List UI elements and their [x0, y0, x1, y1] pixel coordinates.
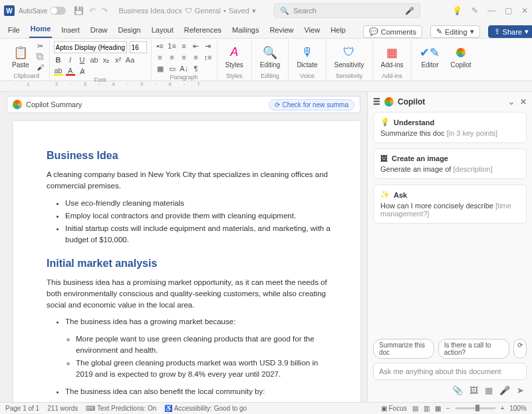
menu-view[interactable]: View: [303, 23, 321, 38]
clear-format-icon[interactable]: A̷: [78, 67, 87, 76]
minimize-icon[interactable]: —: [487, 6, 495, 15]
show-marks-icon[interactable]: ¶: [192, 64, 201, 73]
menu-file[interactable]: File: [7, 23, 21, 38]
menu-draw[interactable]: Draw: [89, 23, 109, 38]
multilevel-icon[interactable]: ≡: [180, 41, 189, 51]
justify-icon[interactable]: ≡: [192, 53, 201, 62]
document-title[interactable]: Business Idea.docx 🛡 General • Saved ▾: [118, 7, 256, 15]
chip-summarize[interactable]: Summarize this doc: [373, 339, 434, 359]
word-count[interactable]: 211 words: [47, 405, 78, 412]
editing-mode-button[interactable]: ✎ Editing ▾: [430, 25, 480, 38]
view-read-icon[interactable]: ▥: [424, 405, 430, 412]
sort-icon[interactable]: A↓: [180, 64, 189, 73]
menu-mailings[interactable]: Mailings: [231, 23, 260, 38]
copilot-ribbon-button[interactable]: Copilot: [446, 44, 475, 70]
underline-icon[interactable]: U: [78, 55, 87, 65]
chip-refresh[interactable]: ⟳: [513, 339, 527, 359]
ribbon-addins: ▦Add-ins Add-ins: [373, 40, 412, 81]
heading-market-analysis: Initial market analysis: [47, 256, 334, 272]
history-icon[interactable]: ✎: [471, 6, 478, 15]
copilot-card-understand[interactable]: 💡Understand Summarize this doc [in 3 key…: [373, 112, 527, 143]
image-icon[interactable]: 🖼: [469, 385, 478, 395]
menu-layout[interactable]: Layout: [150, 23, 175, 38]
copilot-summary-bar[interactable]: Copilot Summary ⟳ Check for new summa: [7, 96, 360, 113]
save-state: Saved: [229, 7, 249, 15]
grid-icon[interactable]: ▦: [485, 385, 493, 395]
menu-design[interactable]: Design: [116, 23, 142, 38]
menu-icon[interactable]: ☰: [373, 97, 380, 106]
autosave-toggle[interactable]: AutoSave: [19, 7, 66, 15]
menu-insert[interactable]: Insert: [60, 23, 81, 38]
decrease-indent-icon[interactable]: ⇤: [192, 41, 201, 51]
subscript-icon[interactable]: x₂: [102, 55, 111, 65]
align-center-icon[interactable]: ≡: [168, 53, 177, 62]
accessibility-status[interactable]: ♿ Accessibility: Good to go: [164, 405, 247, 412]
numbering-icon[interactable]: 1≡: [168, 41, 177, 51]
voice-label: Voice: [293, 72, 321, 81]
italic-icon[interactable]: I: [66, 55, 75, 65]
addins-button[interactable]: ▦Add-ins: [377, 44, 408, 70]
font-family-select[interactable]: [54, 41, 127, 53]
share-button[interactable]: ⇪ Share ▾: [488, 25, 532, 38]
page-indicator[interactable]: Page 1 of 1: [5, 405, 39, 412]
zoom-in-icon[interactable]: +: [501, 405, 505, 412]
line-spacing-icon[interactable]: ↕≡: [203, 53, 213, 62]
align-right-icon[interactable]: ≡: [180, 53, 189, 62]
text-predictions[interactable]: ⌨ Text Predictions: On: [86, 405, 156, 412]
cut-icon[interactable]: ✂: [36, 41, 45, 51]
paste-button[interactable]: 📋Paste: [8, 44, 33, 70]
copilot-card-image[interactable]: 🖼Create an image Generate an image of [d…: [373, 148, 527, 179]
editing-button[interactable]: 🔍Editing: [256, 44, 285, 70]
format-painter-icon[interactable]: 🖌: [36, 63, 45, 72]
word-icon: W: [4, 5, 15, 16]
copy-icon[interactable]: ⿻: [36, 52, 45, 61]
highlight-icon[interactable]: ab: [54, 67, 63, 76]
case-icon[interactable]: Aa: [126, 55, 135, 65]
superscript-icon[interactable]: x²: [114, 55, 123, 65]
zoom-out-icon[interactable]: −: [446, 405, 450, 412]
editor-button[interactable]: ✔✎Editor: [416, 44, 444, 70]
menu-references[interactable]: References: [183, 23, 223, 38]
menu-help[interactable]: Help: [329, 23, 347, 38]
bullets-icon[interactable]: •≡: [156, 41, 165, 51]
font-size-select[interactable]: [130, 41, 147, 53]
search-box[interactable]: 🔍 Search 🎤: [274, 3, 420, 18]
copilot-input[interactable]: Ask me anything about this document: [373, 363, 527, 380]
comments-button[interactable]: 💬 Comments: [363, 25, 422, 38]
shading-icon[interactable]: ▦: [156, 64, 165, 73]
mic-icon[interactable]: 🎤: [499, 385, 510, 395]
check-summary-button[interactable]: ⟳ Check for new summa: [269, 99, 354, 110]
status-bar: Page 1 of 1 211 words ⌨ Text Predictions…: [0, 402, 532, 414]
view-print-icon[interactable]: ▤: [412, 405, 418, 412]
zoom-slider[interactable]: [456, 407, 495, 409]
styles-button[interactable]: AStyles: [221, 44, 247, 70]
view-web-icon[interactable]: ▦: [435, 405, 441, 412]
strike-icon[interactable]: ab: [90, 55, 99, 65]
bold-icon[interactable]: B: [54, 55, 63, 65]
align-left-icon[interactable]: ≡: [156, 53, 165, 62]
chevron-down-icon[interactable]: ⌄: [508, 97, 515, 106]
mic-icon[interactable]: 🎤: [405, 7, 414, 15]
font-color-icon[interactable]: A: [66, 67, 75, 76]
focus-mode[interactable]: ▣ Focus: [381, 405, 407, 412]
close-icon[interactable]: ✕: [520, 97, 527, 106]
lightbulb-icon[interactable]: 💡: [452, 6, 462, 15]
close-icon[interactable]: ✕: [521, 6, 528, 15]
copilot-card-ask[interactable]: ✨Ask How can I more concisely describe […: [373, 184, 527, 224]
save-icon[interactable]: 💾: [74, 6, 84, 15]
dictate-button[interactable]: 🎙Dictate: [293, 44, 321, 70]
document-page[interactable]: Business Idea A cleaning company based i…: [13, 121, 360, 402]
chip-call-to-action[interactable]: Is there a call to action?: [438, 339, 509, 359]
ribbon-voice: 🎙Dictate Voice: [289, 40, 326, 81]
send-icon[interactable]: ➤: [517, 385, 524, 395]
sensitivity-button[interactable]: 🛡Sensitivity: [331, 44, 368, 70]
menu-home[interactable]: Home: [29, 22, 53, 38]
increase-indent-icon[interactable]: ⇥: [203, 41, 213, 51]
menu-review[interactable]: Review: [268, 23, 295, 38]
redo-icon[interactable]: ↷: [101, 6, 108, 15]
maximize-icon[interactable]: ▢: [505, 6, 512, 15]
undo-icon[interactable]: ↶: [89, 6, 96, 15]
zoom-level[interactable]: 100%: [509, 405, 527, 412]
borders-icon[interactable]: ▭: [168, 64, 177, 73]
attach-icon[interactable]: 📎: [452, 385, 463, 395]
